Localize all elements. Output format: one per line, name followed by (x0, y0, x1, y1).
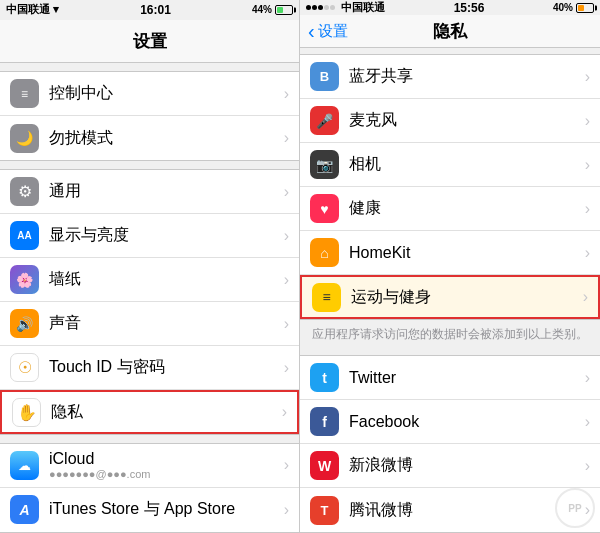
dot4 (324, 5, 329, 10)
status-right-right: 40% (553, 2, 594, 13)
itunes-label: iTunes Store 与 App Store (49, 499, 280, 520)
chevron-homekit: › (585, 244, 590, 262)
icloud-icon: ☁ (10, 451, 39, 480)
wallpaper-icon: 🌸 (10, 265, 39, 294)
status-left-info: 中国联通 ▾ (6, 2, 59, 17)
privacy-group-1: B 蓝牙共享 › 🎤 麦克风 › 📷 相机 › ♥ 健康 › ⌂ HomeKit… (300, 54, 600, 320)
privacy-label: 隐私 (51, 402, 278, 423)
chevron-dnd: › (284, 129, 289, 147)
privacy-item-twitter[interactable]: t Twitter › (300, 356, 600, 400)
status-right-left: 中国联通 (306, 0, 385, 15)
chevron-display: › (284, 227, 289, 245)
spacer3 (0, 435, 299, 443)
chevron-motion: › (583, 288, 588, 306)
chevron-icloud: › (284, 456, 289, 474)
do-not-disturb-label: 勿扰模式 (49, 128, 280, 149)
nav-bar-right: ‹ 设置 隐私 (300, 15, 600, 48)
dot3 (318, 5, 323, 10)
status-bar-right: 中国联通 15:56 40% (300, 0, 600, 15)
homekit-label: HomeKit (349, 244, 581, 262)
time-left: 16:01 (140, 3, 171, 17)
privacy-item-homekit[interactable]: ⌂ HomeKit › (300, 231, 600, 275)
motion-icon: ≡ (312, 283, 341, 312)
tencent-icon: T (310, 496, 339, 525)
back-arrow-icon: ‹ (308, 21, 315, 41)
signal-dots (306, 5, 335, 10)
status-right-info: 44% (252, 4, 293, 15)
nav-title-left: 设置 (133, 30, 167, 53)
homekit-icon: ⌂ (310, 238, 339, 267)
status-bar-left: 中国联通 ▾ 16:01 44% (0, 0, 299, 20)
privacy-item-health[interactable]: ♥ 健康 › (300, 187, 600, 231)
touch-id-label: Touch ID 与密码 (49, 357, 280, 378)
privacy-item-motion[interactable]: ≡ 运动与健身 › (300, 275, 600, 319)
nav-back-button[interactable]: ‹ 设置 (308, 22, 348, 41)
sidebar-item-privacy[interactable]: ✋ 隐私 › (0, 390, 299, 434)
battery-percent-right: 40% (553, 2, 573, 13)
sidebar-item-control-center[interactable]: ≡ 控制中心 › (0, 72, 299, 116)
twitter-icon: t (310, 363, 339, 392)
left-panel: 中国联通 ▾ 16:01 44% 设置 ≡ 控制中心 › 🌙 勿扰模式 (0, 0, 300, 533)
chevron-sound: › (284, 315, 289, 333)
appstore-icon: A (10, 495, 39, 524)
chevron-touch-id: › (284, 359, 289, 377)
privacy-item-bluetooth[interactable]: B 蓝牙共享 › (300, 55, 600, 99)
privacy-item-camera[interactable]: 📷 相机 › (300, 143, 600, 187)
chevron-privacy: › (282, 403, 287, 421)
settings-group-3: ☁ iCloud ●●●●●●●@●●●.com › A iTunes Stor… (0, 443, 299, 533)
carrier-left: 中国联通 (6, 2, 50, 17)
privacy-item-weibo[interactable]: W 新浪微博 › (300, 444, 600, 488)
motion-label: 运动与健身 (351, 287, 579, 308)
weibo-label: 新浪微博 (349, 455, 581, 476)
sound-icon: 🔊 (10, 309, 39, 338)
twitter-label: Twitter (349, 369, 581, 387)
icloud-label: iCloud (49, 450, 280, 468)
facebook-icon: f (310, 407, 339, 436)
touch-id-icon: ☉ (10, 353, 39, 382)
battery-fill-right (578, 5, 584, 11)
sidebar-item-icloud[interactable]: ☁ iCloud ●●●●●●●@●●●.com › (0, 444, 299, 488)
sidebar-item-sound[interactable]: 🔊 声音 › (0, 302, 299, 346)
hint-content: 应用程序请求访问您的数据时会被添加到以上类别。 (312, 327, 588, 341)
health-icon: ♥ (310, 194, 339, 223)
settings-group-2: ⚙ 通用 › AA 显示与亮度 › 🌸 墙纸 › 🔊 声音 › (0, 169, 299, 435)
pp-watermark: PP (555, 488, 595, 528)
chevron-wallpaper: › (284, 271, 289, 289)
privacy-icon-left: ✋ (12, 398, 41, 427)
bluetooth-icon: B (310, 62, 339, 91)
sidebar-item-touch-id[interactable]: ☉ Touch ID 与密码 › (0, 346, 299, 390)
nav-title-right: 隐私 (433, 20, 467, 43)
weibo-icon: W (310, 451, 339, 480)
settings-group-1: ≡ 控制中心 › 🌙 勿扰模式 › (0, 71, 299, 161)
chevron-bluetooth: › (585, 68, 590, 86)
icloud-sublabel: ●●●●●●●@●●●.com (49, 468, 280, 480)
nav-bar-left: 设置 (0, 20, 299, 64)
general-label: 通用 (49, 181, 280, 202)
tencent-label: 腾讯微博 (349, 500, 581, 521)
battery-fill-left (277, 7, 283, 13)
carrier-right: 中国联通 (341, 0, 385, 15)
bluetooth-label: 蓝牙共享 (349, 66, 581, 87)
sidebar-item-general[interactable]: ⚙ 通用 › (0, 170, 299, 214)
camera-label: 相机 (349, 154, 581, 175)
display-icon: AA (10, 221, 39, 250)
sidebar-item-wallpaper[interactable]: 🌸 墙纸 › (0, 258, 299, 302)
spacer2 (0, 161, 299, 169)
privacy-item-microphone[interactable]: 🎤 麦克风 › (300, 99, 600, 143)
chevron-microphone: › (585, 112, 590, 130)
time-right: 15:56 (454, 1, 485, 15)
microphone-icon: 🎤 (310, 106, 339, 135)
sidebar-item-display[interactable]: AA 显示与亮度 › (0, 214, 299, 258)
wallpaper-label: 墙纸 (49, 269, 280, 290)
spacer1 (0, 63, 299, 71)
dot1 (306, 5, 311, 10)
dot2 (312, 5, 317, 10)
display-label: 显示与亮度 (49, 225, 280, 246)
dot5 (330, 5, 335, 10)
sidebar-item-do-not-disturb[interactable]: 🌙 勿扰模式 › (0, 116, 299, 160)
control-center-label: 控制中心 (49, 83, 280, 104)
facebook-label: Facebook (349, 413, 581, 431)
chevron-control-center: › (284, 85, 289, 103)
privacy-item-facebook[interactable]: f Facebook › (300, 400, 600, 444)
sidebar-item-itunes[interactable]: A iTunes Store 与 App Store › (0, 488, 299, 532)
